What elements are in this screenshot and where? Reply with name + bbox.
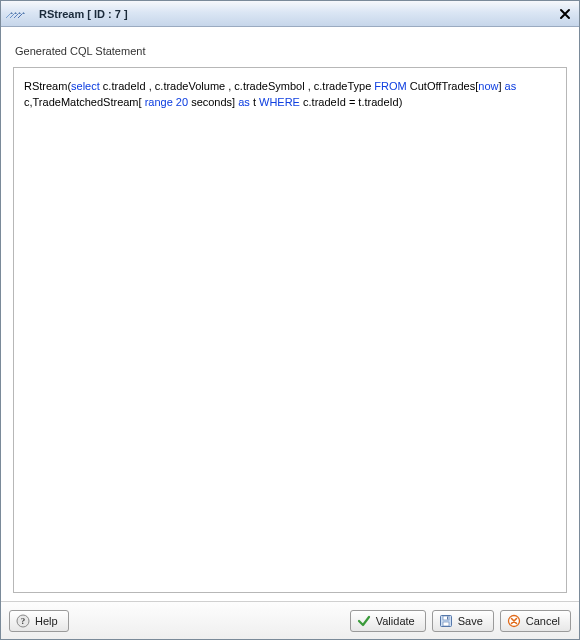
cql-text: c.tradeId , c.tradeVolume , c.tradeSymbo… [100,80,375,92]
svg-marker-0 [10,12,13,14]
cql-keyword: as [238,96,250,108]
save-button[interactable]: Save [432,610,494,632]
cql-keyword: now [478,80,498,92]
cql-text: t [250,96,259,108]
svg-marker-1 [14,12,17,14]
help-button[interactable]: ? Help [9,610,69,632]
cql-keyword: as [505,80,517,92]
footer: ? Help Validate Save [1,601,579,639]
dialog: RStream [ ID : 7 ] Generated CQL Stateme… [0,0,580,640]
help-button-label: Help [35,615,58,627]
dialog-body: Generated CQL Statement RStream(select c… [1,27,579,601]
cql-text: c.tradeId = t.tradeId) [300,96,402,108]
close-icon [559,8,571,20]
cql-keyword: select [71,80,100,92]
svg-rect-9 [447,616,448,619]
titlebar: RStream [ ID : 7 ] [1,1,579,27]
cancel-button-label: Cancel [526,615,560,627]
floppy-icon [439,614,453,628]
svg-marker-3 [22,12,25,14]
cql-keyword: WHERE [259,96,300,108]
svg-text:?: ? [21,616,26,626]
save-button-label: Save [458,615,483,627]
cql-text: CutOffTrades[ [407,80,479,92]
help-icon: ? [16,614,30,628]
check-icon [357,614,371,628]
validate-button-label: Validate [376,615,415,627]
cql-keyword: FROM [374,80,406,92]
cancel-icon [507,614,521,628]
cql-statement-box[interactable]: RStream(select c.tradeId , c.tradeVolume… [13,67,567,593]
section-label: Generated CQL Statement [15,45,565,57]
stream-arrows-icon [5,7,33,21]
cql-text: RStream( [24,80,71,92]
close-button[interactable] [557,6,573,22]
cql-text: seconds] [188,96,238,108]
dialog-title: RStream [ ID : 7 ] [39,8,128,20]
svg-marker-2 [18,12,21,14]
cql-text: c,TradeMatchedStream[ [24,96,142,108]
svg-rect-8 [443,622,449,626]
validate-button[interactable]: Validate [350,610,426,632]
cql-keyword: range 20 [142,96,188,108]
cancel-button[interactable]: Cancel [500,610,571,632]
